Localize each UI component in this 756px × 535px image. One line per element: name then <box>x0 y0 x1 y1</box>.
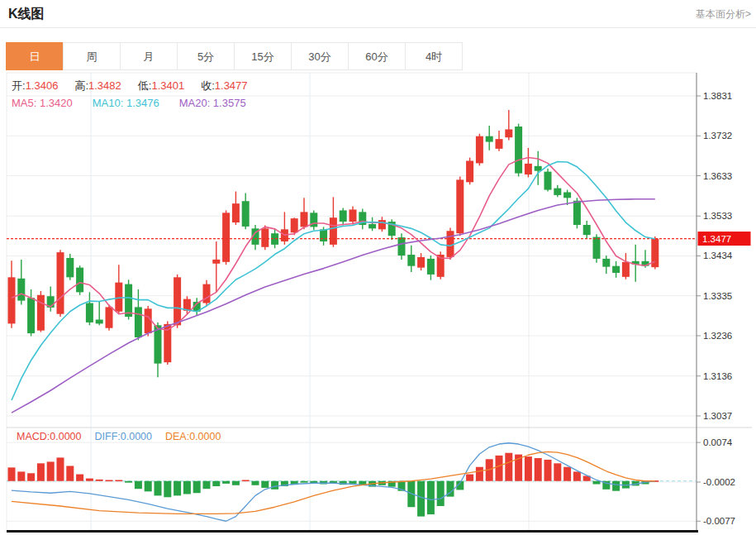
candle-body <box>125 284 132 317</box>
candle-body <box>407 255 415 266</box>
macd-bar <box>222 481 230 484</box>
candle-body <box>602 259 610 267</box>
macd-bar <box>57 457 64 480</box>
macd-bar <box>271 481 278 490</box>
macd-bar <box>86 479 93 481</box>
macd-bar <box>593 481 601 485</box>
ma20-legend: MA20: 1.3575 <box>179 97 246 109</box>
candle-body <box>525 164 532 174</box>
macd-bar <box>212 481 220 486</box>
macd-bar <box>466 475 473 481</box>
candle-body <box>612 266 620 273</box>
candle-body <box>203 284 211 303</box>
candle-body <box>291 218 298 232</box>
candle-body <box>515 127 522 174</box>
candle-body <box>320 229 327 241</box>
macd-bar <box>496 456 503 481</box>
y-axis-label: 1.3831 <box>703 91 732 101</box>
ohlc-legend: 开:1.3406 高:1.3482 低:1.3401 收:1.3477 <box>12 79 264 93</box>
candle-body <box>145 308 152 333</box>
candle-body <box>544 172 552 190</box>
macd-bar <box>47 461 55 480</box>
candle-body <box>232 203 240 222</box>
kline-app: K线图 基本面分析> 日周月5分15分30分60分4时 1.38311.3732… <box>0 0 756 535</box>
macd-bar <box>115 480 122 481</box>
candle-body <box>622 262 630 277</box>
y-axis-label: 1.3434 <box>703 251 733 260</box>
candle-body <box>476 136 483 164</box>
macd-bar <box>76 475 83 481</box>
macd-legend: MACD:0.0000 DIFF:0.0000 DEA:0.0000 <box>17 431 234 442</box>
y-axis-label: 1.3335 <box>703 291 732 301</box>
candle-body <box>222 213 230 261</box>
macd-bar <box>301 481 308 483</box>
candle-body <box>57 252 64 314</box>
candle-body <box>96 320 103 324</box>
close-label: 收: <box>201 79 215 92</box>
candle-body <box>174 277 181 325</box>
macd-bar <box>427 481 435 514</box>
macd-axis-label: -0.0077 <box>703 516 735 526</box>
macd-bar <box>27 473 35 480</box>
macd-bar <box>544 460 552 481</box>
candle-body <box>349 209 357 222</box>
macd-axis-label: 0.0074 <box>703 437 733 447</box>
diff-value-label: DIFF:0.0000 <box>95 431 152 442</box>
macd-axis-label: -0.0002 <box>703 477 735 487</box>
candle-body <box>340 210 347 222</box>
candle-body <box>496 139 503 149</box>
dea-value-label: DEA:0.0000 <box>165 431 221 442</box>
macd-bar <box>417 481 425 517</box>
macd-bar <box>535 458 542 481</box>
candle-body <box>17 279 25 301</box>
open-label: 开: <box>12 79 26 92</box>
macd-bar <box>66 466 74 480</box>
candle-body <box>505 129 512 137</box>
open-value: 1.3406 <box>26 79 59 92</box>
candle-body <box>398 237 406 256</box>
candle-body <box>447 231 454 257</box>
macd-bar <box>96 480 103 481</box>
candle-body <box>8 277 16 323</box>
macd-bar <box>437 481 445 506</box>
y-axis-label: 1.3633 <box>703 171 732 181</box>
ma-legend: MA5: 1.3420 MA10: 1.3476 MA20: 1.3575 <box>12 97 266 109</box>
macd-bar <box>573 471 581 480</box>
low-label: 低: <box>138 79 152 92</box>
macd-bar <box>8 467 16 480</box>
candle-body <box>368 224 376 228</box>
macd-bar <box>525 456 532 481</box>
candle-body <box>212 260 220 264</box>
ma5-legend: MA5: 1.3420 <box>12 97 73 109</box>
high-value: 1.3482 <box>88 79 121 92</box>
candle-body <box>583 225 591 235</box>
price-marker-value: 1.3477 <box>702 234 731 244</box>
candle-body <box>37 295 45 331</box>
candle-body <box>261 228 269 246</box>
candle-body <box>330 217 337 245</box>
candle-body <box>466 160 473 182</box>
macd-bar <box>203 481 211 489</box>
macd-bar <box>232 481 240 485</box>
candle-body <box>242 201 250 227</box>
macd-value-label: MACD:0.0000 <box>17 431 82 442</box>
macd-bar <box>106 480 113 481</box>
ma10-legend: MA10: 1.3476 <box>93 97 159 109</box>
macd-bar <box>125 481 132 483</box>
candle-body <box>76 268 83 293</box>
macd-bar <box>183 481 191 494</box>
macd-bar <box>476 467 483 481</box>
low-value: 1.3401 <box>151 79 184 92</box>
candle-body <box>27 298 35 333</box>
macd-bar <box>563 467 571 481</box>
macd-bar <box>612 481 620 491</box>
candle-body <box>456 179 464 233</box>
candle-body <box>86 303 93 322</box>
macd-bar <box>135 481 142 489</box>
macd-bar <box>37 463 45 480</box>
macd-bar <box>174 481 181 496</box>
candle-body <box>573 201 581 225</box>
candle-body <box>427 259 435 275</box>
macd-bar <box>145 481 152 492</box>
macd-bar <box>252 481 259 485</box>
